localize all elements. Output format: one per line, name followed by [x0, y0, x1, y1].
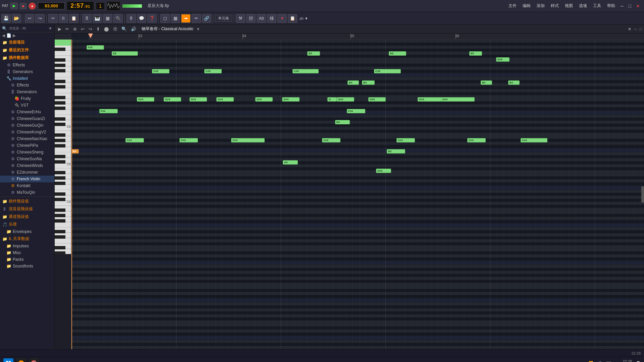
menu-help[interactable]: 帮助 — [604, 2, 618, 9]
pr-erase[interactable]: ⦿ — [112, 26, 119, 32]
note-c4-5[interactable]: C#4 — [396, 138, 415, 142]
sidebar-item-plugin-db[interactable]: 📁 插件数据库 — [0, 54, 54, 62]
note-g4-9[interactable]: G#4 — [368, 97, 386, 102]
note-g4-5[interactable]: G#4 — [255, 97, 273, 102]
sidebar-item-chineenanxiao[interactable]: ⚙ ChineeeNanXiao — [0, 135, 54, 142]
minimize-button[interactable]: ─ — [619, 3, 626, 9]
toolbar-x[interactable]: ✕ — [277, 14, 287, 23]
menu-tools[interactable]: 工具 — [590, 2, 604, 9]
toolbar-undo[interactable]: ↩ — [25, 14, 34, 23]
toolbar-link[interactable]: 🔗 — [202, 14, 211, 23]
pr-redo[interactable]: ↪ — [87, 26, 94, 32]
pr-select[interactable]: ⬤ — [103, 26, 110, 32]
sidebar-item-impulses[interactable]: 📁 Impulses — [0, 243, 54, 249]
sidebar-item-generators[interactable]: 🎛 Generators — [0, 68, 54, 75]
note-e5-4[interactable]: E5 — [469, 51, 482, 56]
note-c5-1[interactable]: C#5 — [152, 69, 169, 73]
pr-play[interactable]: ▶ — [57, 26, 63, 32]
pr-close-icon[interactable]: ✕ — [628, 27, 631, 32]
note-c4-4[interactable]: C#4 — [322, 138, 340, 142]
play-button[interactable]: ▶ — [10, 3, 18, 9]
pr-max-icon[interactable]: □ — [640, 27, 642, 32]
note-c4-1[interactable]: C#4 — [125, 138, 144, 142]
stop-button[interactable]: ■ — [20, 3, 27, 9]
pr-zoom[interactable]: 🔍 — [120, 26, 128, 32]
sidebar-item-fruity[interactable]: 🍓 Fruity — [0, 95, 54, 102]
toolbar-extra2[interactable]: 📋 — [288, 14, 297, 23]
toolbar-piano[interactable]: 🎹 — [93, 14, 102, 23]
sidebar-item-misc[interactable]: 📁 Misc — [0, 249, 54, 256]
note-b4-3[interactable]: B4 — [481, 80, 492, 85]
note-f4-1[interactable]: F#4 — [99, 109, 118, 113]
menu-style[interactable]: 样式 — [548, 2, 561, 9]
menu-file[interactable]: 文件 — [506, 2, 519, 9]
toolbar-view1[interactable]: ◻ — [160, 14, 170, 23]
note-c4-3[interactable]: C#4 — [231, 138, 265, 142]
toolbar-arrow[interactable]: ➡ — [181, 14, 191, 23]
sidebar-item-kontakt[interactable]: ⚙ Kontakt — [0, 182, 54, 189]
note-c5-3[interactable]: C#5 — [292, 69, 319, 73]
sidebar-nav-right[interactable]: ▶ — [13, 33, 16, 38]
toolbar-record[interactable]: 🎙 — [126, 14, 136, 23]
pr-magnet[interactable]: ⊕ — [72, 26, 78, 32]
sidebar-nav-file[interactable]: 📄 — [6, 33, 11, 38]
grid-container[interactable]: F#5 E5 E5 E5 E5 — [71, 40, 644, 349]
sidebar-item-vst[interactable]: 🔌 VST — [0, 102, 54, 109]
note-e4[interactable]: E4 — [335, 120, 350, 124]
toolbar-extra1[interactable]: ⚒ — [236, 14, 245, 23]
menu-options[interactable]: 选项 — [576, 2, 590, 9]
mode-label[interactable]: 单元格 — [215, 15, 232, 22]
pr-pencil[interactable]: ✏ — [64, 26, 70, 32]
note-g4-1[interactable]: G#4 — [137, 97, 154, 102]
note-d5[interactable]: D#5 — [496, 57, 509, 62]
note-b4-2[interactable]: B4 — [362, 80, 375, 85]
sidebar-item-plugin-presets[interactable]: 📁 插件预设值 — [0, 197, 54, 205]
sidebar-item-generators2[interactable]: 🎛 Generators — [0, 88, 54, 95]
sidebar-item-chineesheng[interactable]: ⚙ ChineeeSheng — [0, 149, 54, 156]
note-c5-2[interactable]: C#5 — [204, 69, 222, 73]
toolbar-open[interactable]: 📂 — [12, 14, 21, 23]
toolbar-view2[interactable]: ▦ — [171, 14, 180, 23]
note-b3-1[interactable]: B3 — [71, 149, 79, 154]
pr-cursor[interactable]: ⬆ — [95, 26, 101, 32]
toolbar-copy[interactable]: ⎘ — [59, 14, 68, 23]
sidebar-item-chineewinds[interactable]: ⚙ ChineeeWinds — [0, 162, 54, 169]
sidebar-item-matouqin[interactable]: ⚙ MaTouQin — [0, 189, 54, 196]
note-g4-7[interactable]: G — [327, 97, 337, 102]
note-g3[interactable]: G#3 — [376, 169, 391, 173]
sidebar-item-chineeerhu[interactable]: ⚙ ChineeeErHu — [0, 109, 54, 115]
sidebar-item-effects[interactable]: ⚙ Effects — [0, 62, 54, 68]
toolbar-save[interactable]: 💾 — [1, 14, 11, 23]
sidebar-item-chineeguanzi[interactable]: ⚙ ChineeeGuanZi — [0, 115, 54, 122]
pr-min-icon[interactable]: ─ — [634, 27, 637, 32]
toolbar-help[interactable]: ❓ — [147, 14, 157, 23]
sidebar-item-current-project[interactable]: 📁 当前项目 — [0, 39, 54, 46]
note-e5-2[interactable]: E5 — [307, 51, 320, 56]
pr-undo[interactable]: ↩ — [79, 26, 86, 32]
menu-add[interactable]: 添加 — [534, 2, 547, 9]
note-a3[interactable]: A3 — [283, 160, 298, 165]
toolbar-redo[interactable]: ↪ — [35, 14, 45, 23]
note-g4-6[interactable]: G#4 — [282, 97, 300, 102]
sidebar-item-chineepipa[interactable]: ⚙ ChineePiPa — [0, 142, 54, 149]
toolbar-pencil[interactable]: ✏ — [192, 14, 201, 23]
sidebar-item-chinesuona[interactable]: ⚙ ChineeSuoNa — [0, 156, 54, 162]
note-g4-11[interactable]: G#4 — [441, 97, 475, 102]
toolbar-pattern[interactable]: ▦ — [103, 14, 112, 23]
sidebar-item-recent-files[interactable]: 📁 最近的文件 — [0, 46, 54, 54]
taskbar-start[interactable] — [3, 358, 13, 362]
taskbar-fl-icon[interactable]: F — [16, 358, 26, 362]
sidebar-item-installed[interactable]: 🔧 Installed — [0, 75, 54, 82]
note-b4-1[interactable]: B4 — [347, 80, 359, 85]
toolbar-chat[interactable]: 💬 — [137, 14, 146, 23]
sidebar-item-channel-presets[interactable]: 📁 通道预设值 — [0, 213, 54, 221]
maximize-button[interactable]: □ — [627, 3, 633, 9]
note-f4-2[interactable]: F#4 — [347, 109, 365, 113]
menu-edit[interactable]: 编辑 — [520, 2, 533, 9]
toolbar-alt[interactable]: Alt — [257, 14, 266, 23]
note-c4-6[interactable]: C#4 — [467, 138, 486, 142]
note-g4-3[interactable]: G#4 — [190, 97, 207, 102]
sidebar-item-shared[interactable]: 📁 IL 共享数据 — [0, 235, 54, 243]
toolbar-ctrl[interactable]: 控 — [246, 14, 256, 23]
pr-volume[interactable]: 🔊 — [129, 26, 138, 32]
